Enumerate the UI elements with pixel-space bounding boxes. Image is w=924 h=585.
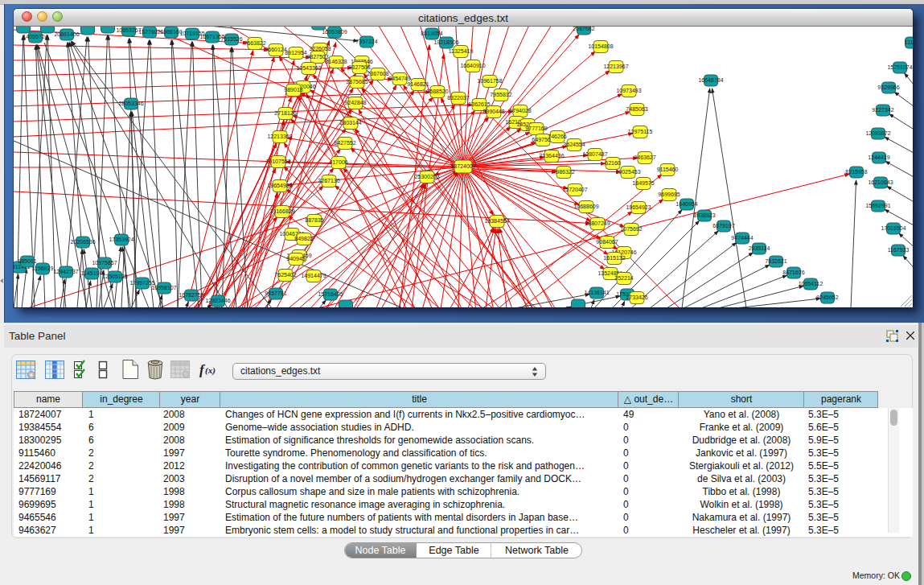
svg-text:2367608: 2367608 xyxy=(367,71,388,76)
svg-text:14914479: 14914479 xyxy=(301,273,326,278)
svg-text:1244419: 1244419 xyxy=(868,154,889,160)
svg-text:10154808: 10154808 xyxy=(588,43,613,49)
svg-text:9463627: 9463627 xyxy=(634,154,655,160)
svg-text:7625402: 7625402 xyxy=(274,272,296,278)
svg-text:9457791: 9457791 xyxy=(265,290,286,296)
svg-text:10543362: 10543362 xyxy=(296,65,321,71)
svg-text:3267130: 3267130 xyxy=(318,178,339,183)
svg-text:19166829: 19166829 xyxy=(269,208,294,214)
svg-text:7515526: 7515526 xyxy=(220,36,242,42)
svg-text:2087682: 2087682 xyxy=(573,27,594,31)
svg-text:8912954: 8912954 xyxy=(285,50,306,56)
svg-text:9084067: 9084067 xyxy=(596,239,618,245)
svg-text:17016504: 17016504 xyxy=(881,225,906,231)
svg-text:16648784: 16648784 xyxy=(698,77,723,83)
svg-text:25300203: 25300203 xyxy=(414,174,439,179)
svg-text:8938923: 8938923 xyxy=(693,212,715,218)
svg-text:10025453: 10025453 xyxy=(615,169,640,175)
svg-text:12942737: 12942737 xyxy=(53,269,78,274)
svg-text:10958107: 10958107 xyxy=(151,285,176,290)
svg-text:8427552: 8427552 xyxy=(334,140,355,146)
svg-text:15751074: 15751074 xyxy=(887,64,912,70)
svg-text:18724007: 18724007 xyxy=(450,163,475,169)
svg-text:19384554: 19384554 xyxy=(484,218,509,224)
svg-text:9699695: 9699695 xyxy=(658,192,680,197)
svg-text:2803144: 2803144 xyxy=(339,120,361,126)
svg-text:1640954: 1640954 xyxy=(676,201,697,207)
svg-text:28053346: 28053346 xyxy=(118,101,143,106)
svg-text:7955812: 7955812 xyxy=(490,92,511,97)
svg-text:11123: 11123 xyxy=(905,39,913,45)
svg-text:887835: 887835 xyxy=(305,217,323,223)
svg-text:8215958: 8215958 xyxy=(845,169,867,175)
svg-text:12213369: 12213369 xyxy=(267,134,292,139)
svg-text:15692991: 15692991 xyxy=(865,203,890,208)
svg-text:7357224: 7357224 xyxy=(355,39,377,44)
svg-text:417006: 417006 xyxy=(329,159,347,165)
svg-text:9146821: 9146821 xyxy=(407,81,429,87)
svg-text:2718126: 2718126 xyxy=(274,110,296,116)
svg-text:19654923: 19654923 xyxy=(626,204,651,210)
svg-text:6794028: 6794028 xyxy=(509,108,531,113)
svg-text:1075692: 1075692 xyxy=(620,226,642,232)
svg-text:14136141: 14136141 xyxy=(584,290,609,295)
svg-text:9660124: 9660124 xyxy=(265,47,286,52)
svg-text:8990448: 8990448 xyxy=(483,109,504,114)
svg-text:9115460: 9115460 xyxy=(657,167,679,172)
svg-text:16053809: 16053809 xyxy=(322,29,347,35)
svg-text:9242848: 9242848 xyxy=(344,100,366,105)
svg-text:1733426: 1733426 xyxy=(626,295,647,300)
svg-text:7632621: 7632621 xyxy=(765,258,786,264)
svg-text:7986322: 7986322 xyxy=(552,169,574,175)
svg-text:2935114: 2935114 xyxy=(749,245,770,251)
svg-text:12505135: 12505135 xyxy=(102,274,127,279)
svg-text:21364436: 21364436 xyxy=(539,153,564,159)
svg-text:746266: 746266 xyxy=(548,134,566,139)
svg-text:940945: 940945 xyxy=(286,256,305,262)
svg-text:1527602: 1527602 xyxy=(138,29,160,35)
svg-text:1145194: 1145194 xyxy=(81,270,103,276)
svg-text:7485063: 7485063 xyxy=(626,106,647,112)
svg-text:16640910: 16640910 xyxy=(460,63,485,68)
svg-text:20206536: 20206536 xyxy=(70,239,95,245)
svg-text:12093872: 12093872 xyxy=(865,130,890,136)
svg-text:1849575: 1849575 xyxy=(632,180,654,186)
svg-text:9474444: 9474444 xyxy=(731,235,753,241)
svg-text:9227342: 9227342 xyxy=(872,107,893,113)
svg-text:12975115: 12975115 xyxy=(628,129,653,134)
svg-text:989018: 989018 xyxy=(284,87,302,93)
svg-text:9329966: 9329966 xyxy=(877,84,899,90)
svg-text:10973493: 10973493 xyxy=(616,88,641,93)
svg-text:8146328: 8146328 xyxy=(325,59,347,64)
svg-text:(x): (x) xyxy=(205,365,216,376)
svg-text:7663822: 7663822 xyxy=(244,40,265,46)
svg-text:62160: 62160 xyxy=(605,160,621,166)
svg-text:12213967: 12213967 xyxy=(603,64,628,69)
svg-text:10653267: 10653267 xyxy=(116,27,141,33)
svg-text:8471676: 8471676 xyxy=(782,270,804,275)
svg-text:12923446: 12923446 xyxy=(205,298,230,303)
svg-text:1167533: 1167533 xyxy=(888,247,910,253)
svg-text:8322037: 8322037 xyxy=(447,95,469,101)
svg-text:20691406: 20691406 xyxy=(54,31,79,37)
svg-text:18807249: 18807249 xyxy=(585,220,610,226)
svg-text:9327508: 9327508 xyxy=(348,64,370,70)
svg-text:8813054: 8813054 xyxy=(421,31,442,36)
svg-text:1362615: 1362615 xyxy=(468,101,490,107)
svg-text:14055724: 14055724 xyxy=(23,34,47,39)
svg-text:9245652: 9245652 xyxy=(816,295,838,300)
svg-text:16210643: 16210643 xyxy=(868,179,893,185)
svg-text:19654983: 19654983 xyxy=(267,183,292,188)
svg-text:8454749: 8454749 xyxy=(388,76,410,81)
svg-text:3624554: 3624554 xyxy=(563,142,585,147)
svg-text:985061: 985061 xyxy=(18,258,36,264)
svg-text:10654112: 10654112 xyxy=(799,281,823,286)
svg-text:9777169: 9777169 xyxy=(525,126,547,131)
svg-text:10807487: 10807487 xyxy=(582,151,607,157)
svg-text:10107552: 10107552 xyxy=(265,159,290,164)
svg-text:849822: 849822 xyxy=(294,236,313,241)
svg-text:16782759: 16782759 xyxy=(179,292,203,298)
svg-text:252214: 252214 xyxy=(614,275,633,281)
svg-text:17353924: 17353924 xyxy=(109,237,133,242)
svg-text:10688609: 10688609 xyxy=(573,204,598,209)
